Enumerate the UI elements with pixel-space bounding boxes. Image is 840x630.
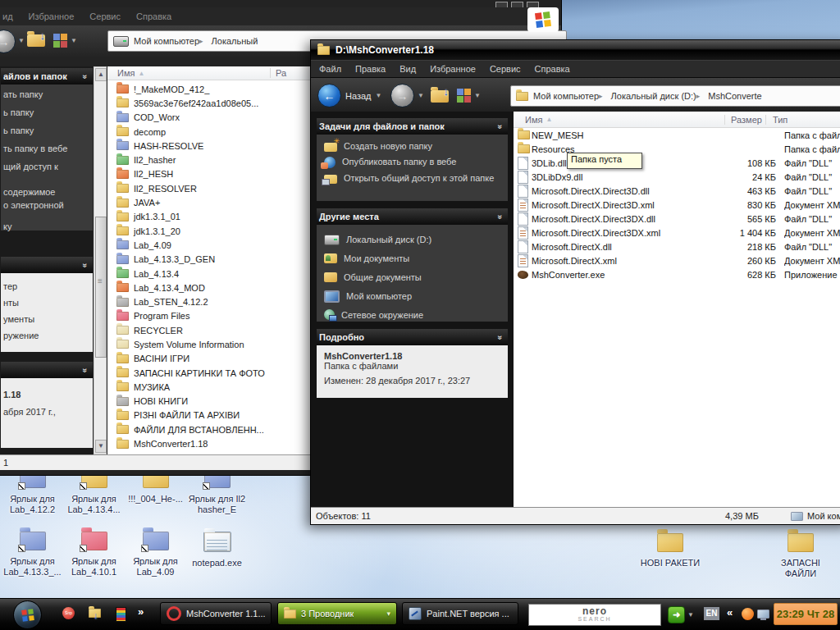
file-row[interactable]: Microsoft.DirectX.Direct3D.dll 463 КБ Фа… (514, 184, 840, 198)
task-item[interactable]: Опубликовать папку в вебе (324, 154, 508, 171)
place-item[interactable]: Сетевое окружение (324, 305, 508, 324)
file-row[interactable]: MshConverter.exe 628 КБ Приложение 2 (514, 267, 840, 281)
file-row[interactable]: 3DLibDx9.dll 24 КБ Файл "DLL" 2 (514, 170, 840, 184)
collapse-chevron-icon[interactable]: » (81, 262, 90, 267)
menu-item[interactable]: Вид (399, 64, 416, 74)
menu-item[interactable]: Избранное (430, 64, 476, 74)
task-item[interactable]: Создать новую папку (324, 139, 508, 154)
forward-button[interactable]: → (0, 30, 16, 53)
folder-up-icon[interactable] (27, 34, 45, 47)
task-item[interactable]: щий доступ к (3, 162, 93, 180)
taskbar-button-mshconverter[interactable]: MshConverter 1.1... (160, 602, 272, 625)
forward-caret-icon[interactable]: ▼ (18, 37, 25, 44)
place-item[interactable]: Мой компьютер (324, 286, 508, 305)
quick-launch-folder-icon[interactable]: ↓ (89, 609, 101, 619)
scrollbar[interactable]: ▲ ▼ (94, 66, 107, 454)
breadcrumb-item[interactable]: Локальный (199, 36, 258, 46)
file-row[interactable]: NEW_MESH Папка с файлами 2 (514, 128, 840, 142)
views-icon[interactable] (53, 34, 67, 48)
file-row[interactable]: Microsoft.DirectX.Direct3D.xml 830 КБ До… (514, 198, 840, 212)
tray-avast-icon[interactable] (742, 608, 754, 620)
quick-launch-media-icon[interactable] (116, 607, 126, 622)
menu-item[interactable]: ид (2, 11, 13, 21)
back-caret-icon[interactable]: ▼ (376, 92, 382, 99)
collapse-chevron-icon[interactable]: » (496, 214, 505, 219)
place-item[interactable]: Мои документы (324, 249, 508, 267)
section-header-details[interactable]: Подробно » (317, 329, 508, 345)
task-item[interactable]: ать папку (3, 89, 93, 107)
search-caret-icon[interactable]: ▼ (687, 611, 694, 619)
menu-item[interactable]: Сервис (89, 11, 121, 21)
tray-collapse-chevron[interactable]: « (727, 606, 733, 619)
quick-launch-overflow-chevron[interactable]: » (138, 605, 144, 618)
desktop-icon[interactable]: Ярлык для Lab_4.10.1 (63, 532, 125, 578)
file-row[interactable]: Microsoft.DirectX.Direct3DX.xml 1 404 КБ… (514, 226, 840, 240)
quick-launch-snagit-icon[interactable]: Snp (62, 607, 75, 619)
forward-button[interactable]: → ▼ (390, 84, 424, 107)
collapse-chevron-icon[interactable]: » (81, 74, 90, 79)
place-item[interactable]: ументы (3, 314, 93, 331)
folder-up-icon[interactable] (431, 90, 449, 103)
scroll-down-icon[interactable]: ▼ (95, 440, 107, 453)
task-item[interactable]: Открыть общий доступ к этой папке (324, 171, 508, 186)
menu-item[interactable]: Файл (319, 64, 341, 74)
desktop-icon[interactable]: ЗАПАСНІ ФАЙЛИ (771, 533, 830, 579)
breadcrumb-item[interactable]: Мой компьютер (134, 36, 199, 46)
views-caret-icon[interactable]: ▼ (71, 37, 77, 44)
scroll-up-icon[interactable]: ▲ (95, 68, 107, 81)
task-item[interactable]: ь папку (3, 107, 93, 126)
section-header-details[interactable]: » (1, 362, 93, 378)
desktop-icon[interactable]: Ярлык для Lab_4.13.4... (63, 469, 125, 515)
column-type[interactable]: Тип (765, 115, 840, 125)
menu-item[interactable]: Избранное (29, 11, 75, 21)
section-header-places[interactable]: » (1, 257, 93, 273)
task-item[interactable]: ку (3, 221, 93, 235)
desktop-icon[interactable]: Ярлык для Lab_4.09 (125, 532, 186, 578)
taskbar-button-paintnet[interactable]: Paint.NET версия ... (402, 602, 518, 625)
collapse-chevron-icon[interactable]: » (81, 368, 90, 372)
column-name[interactable]: Имя ▲ (107, 68, 270, 78)
breadcrumb-item[interactable]: Локальный диск (D:) (599, 91, 696, 101)
search-go-button[interactable]: ➜ (668, 606, 685, 623)
file-row[interactable]: 3DLib.dll 108 КБ Файл "DLL" 2 (514, 156, 840, 170)
address-bar[interactable]: Мой компьютерЛокальный диск (D:)MshConve… (510, 85, 840, 107)
taskbar-button-explorer-group[interactable]: 3 Проводник (277, 602, 397, 625)
collapse-chevron-icon[interactable]: » (496, 335, 505, 340)
menu-item[interactable]: Справка (136, 11, 171, 21)
tray-display-icon[interactable] (757, 609, 769, 619)
desktop-icon[interactable]: Ярлык для Lab_4.12.2 (2, 469, 63, 515)
place-item[interactable]: нты (3, 298, 93, 314)
task-item[interactable]: содержимое (3, 187, 93, 200)
task-item[interactable]: ь папку (3, 126, 93, 144)
desktop-icon[interactable]: !!!_004_He-... (125, 469, 186, 515)
menu-item[interactable]: Сервис (490, 64, 521, 74)
place-item[interactable]: ружение (3, 331, 93, 347)
section-header-tasks[interactable]: Задачи для файлов и папок » (317, 118, 508, 135)
menu-item[interactable]: Правка (355, 64, 386, 74)
back-button[interactable]: ← Назад ▼ (317, 84, 381, 107)
desktop-icon[interactable]: Ярлык для Lab_4.13.3_... (2, 532, 63, 578)
language-indicator[interactable]: EN (704, 607, 719, 620)
start-button[interactable] (13, 600, 42, 629)
breadcrumb-item[interactable]: Мой компьютер (533, 91, 599, 101)
scrollbar-thumb[interactable] (95, 217, 107, 358)
collapse-chevron-icon[interactable]: » (496, 124, 505, 129)
taskbar-clock[interactable]: 23:29 Чт 28 (774, 603, 838, 625)
column-name[interactable]: Имя ▲ (514, 115, 724, 125)
desktop-icon[interactable]: Ярлык для Il2 hasher_E (186, 469, 248, 515)
file-row[interactable]: Resources Папка с файлами 2 (514, 142, 840, 156)
nero-search-box[interactable]: nero SEARCH (528, 604, 661, 626)
breadcrumb-item[interactable]: MshConverte (696, 91, 762, 101)
views-caret-icon[interactable]: ▼ (474, 92, 481, 99)
title-bar[interactable]: D:\MshConverter1.18 (311, 40, 840, 60)
place-item[interactable]: тер (3, 281, 93, 298)
section-header-tasks[interactable]: айлов и папок » (1, 68, 93, 84)
section-header-places[interactable]: Другие места » (317, 208, 508, 225)
menu-item[interactable]: Справка (535, 64, 570, 74)
task-item[interactable]: о электронной (3, 200, 93, 213)
views-button[interactable]: ▼ (457, 89, 481, 103)
place-item[interactable]: Общие документы (324, 267, 508, 286)
file-row[interactable]: Microsoft.DirectX.dll 218 КБ Файл "DLL" … (514, 240, 840, 253)
file-row[interactable]: Microsoft.DirectX.xml 260 КБ Документ XM… (514, 253, 840, 267)
place-item[interactable]: Локальный диск (D:) (324, 230, 508, 249)
